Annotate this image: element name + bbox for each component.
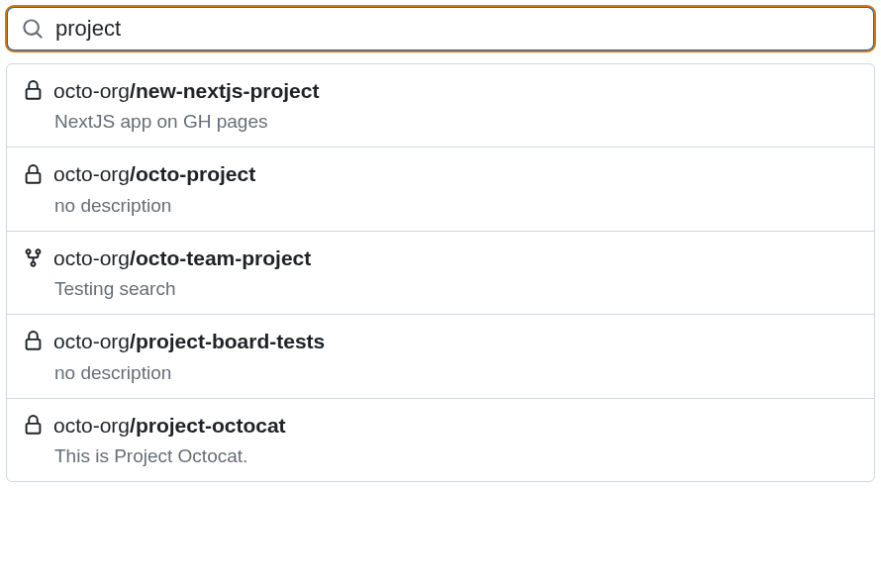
repo-owner: octo-org	[53, 162, 130, 185]
lock-icon	[23, 164, 44, 185]
repo-name: new-nextjs-project	[136, 79, 320, 102]
fork-icon	[23, 247, 44, 268]
repo-full-name: octo-org/octo-project	[53, 159, 255, 188]
repo-name: octo-team-project	[136, 246, 311, 269]
result-header: octo-org/project-octocat	[23, 411, 858, 440]
repo-description: Testing search	[54, 278, 858, 300]
result-header: octo-org/octo-project	[23, 159, 858, 188]
repo-owner: octo-org	[53, 330, 130, 352]
result-item[interactable]: octo-org/project-octocat This is Project…	[7, 399, 874, 481]
repo-description: no description	[54, 195, 858, 217]
repo-description: no description	[54, 362, 858, 384]
repo-full-name: octo-org/project-board-tests	[53, 327, 325, 355]
result-item[interactable]: octo-org/octo-team-project Testing searc…	[7, 232, 874, 315]
repo-description: This is Project Octocat.	[54, 445, 858, 467]
repo-full-name: octo-org/new-nextjs-project	[53, 76, 319, 105]
repo-owner: octo-org	[53, 414, 130, 437]
repo-owner: octo-org	[53, 79, 130, 102]
repo-owner: octo-org	[53, 246, 130, 269]
result-header: octo-org/new-nextjs-project	[23, 76, 858, 105]
result-header: octo-org/octo-team-project	[23, 244, 858, 272]
result-item[interactable]: octo-org/project-board-tests no descript…	[7, 315, 874, 398]
repo-name: octo-project	[136, 162, 255, 185]
search-icon	[22, 18, 44, 40]
repo-full-name: octo-org/project-octocat	[53, 411, 286, 440]
repo-name: project-board-tests	[136, 330, 325, 352]
lock-icon	[23, 331, 44, 351]
result-item[interactable]: octo-org/octo-project no description	[7, 147, 874, 231]
lock-icon	[23, 415, 44, 436]
repo-full-name: octo-org/octo-team-project	[53, 244, 311, 272]
search-box[interactable]	[6, 6, 875, 51]
repo-description: NextJS app on GH pages	[54, 111, 858, 133]
lock-icon	[23, 80, 44, 101]
repo-name: project-octocat	[136, 414, 286, 437]
result-item[interactable]: octo-org/new-nextjs-project NextJS app o…	[7, 64, 874, 147]
search-results-list: octo-org/new-nextjs-project NextJS app o…	[6, 63, 875, 482]
search-input[interactable]	[55, 16, 859, 42]
result-header: octo-org/project-board-tests	[23, 327, 858, 355]
